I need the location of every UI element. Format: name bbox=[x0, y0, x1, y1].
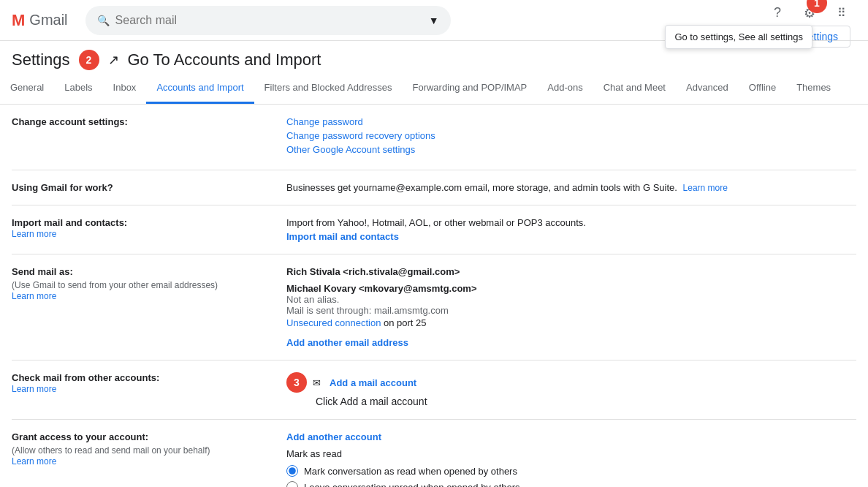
change-password-link[interactable]: Change password bbox=[286, 116, 856, 127]
add-mail-annotation: 3 ✉ Add a mail account bbox=[286, 372, 856, 393]
check-mail-row: Check mail from other accounts: Learn mo… bbox=[12, 360, 856, 420]
send-mail-value: Rich Stivala <rich.stivala@gmail.com> Mi… bbox=[286, 266, 856, 348]
add-another-email-link[interactable]: Add another email address bbox=[286, 337, 856, 348]
import-row: Import mail and contacts: Learn more Imp… bbox=[12, 205, 856, 254]
tab-forwarding[interactable]: Forwarding and POP/IMAP bbox=[402, 73, 537, 104]
settings-tooltip: Go to settings, See all settings bbox=[665, 25, 812, 49]
send-mail-title: Send mail as: bbox=[12, 266, 73, 277]
grant-access-label: Grant access to your account: (Allow oth… bbox=[12, 431, 275, 467]
check-mail-value: 3 ✉ Add a mail account Click Add a mail … bbox=[286, 372, 856, 407]
tab-advanced[interactable]: Advanced bbox=[676, 73, 739, 104]
tab-accounts-import[interactable]: Accounts and Import bbox=[146, 73, 254, 104]
change-recovery-link[interactable]: Change password recovery options bbox=[286, 130, 856, 141]
radio-mark-read[interactable]: Mark conversation as read when opened by… bbox=[286, 465, 856, 477]
import-learn-more[interactable]: Learn more bbox=[12, 229, 56, 239]
send-mail-connection: Unsecured connection on port 25 bbox=[286, 317, 856, 328]
go-to-title: Go To Accounts and Import bbox=[128, 50, 321, 69]
search-dropdown-icon: ▼ bbox=[429, 15, 439, 26]
tab-general[interactable]: General bbox=[0, 73, 54, 104]
send-mail-not-alias: Not an alias. bbox=[286, 294, 856, 305]
tab-chat-meet[interactable]: Chat and Meet bbox=[593, 73, 676, 104]
send-mail-subtitle: (Use Gmail to send from your other email… bbox=[12, 280, 275, 290]
search-icon: 🔍 bbox=[97, 15, 110, 26]
grant-access-value: Add another account Mark as read Mark co… bbox=[286, 431, 856, 487]
check-mail-title: Check mail from other accounts: bbox=[12, 372, 159, 383]
send-mail-sent-through: Mail is sent through: mail.amsmtg.com bbox=[286, 305, 856, 316]
send-mail-account2: Michael Kovary <mkovary@amsmtg.com> bbox=[286, 283, 856, 294]
other-google-settings-link[interactable]: Other Google Account settings bbox=[286, 144, 856, 155]
gmail-work-learn-more[interactable]: Learn more bbox=[683, 183, 728, 193]
gmail-work-row: Using Gmail for work? Businesses get you… bbox=[12, 170, 856, 205]
mark-as-read-label: Mark as read bbox=[286, 448, 856, 459]
radio-mark-read-input[interactable] bbox=[286, 465, 298, 477]
settings-content: Change account settings: Change password… bbox=[12, 105, 856, 487]
grant-access-title: Grant access to your account: bbox=[12, 431, 148, 442]
search-input[interactable] bbox=[115, 14, 423, 27]
mail-account-icon: ✉ bbox=[313, 377, 321, 388]
tab-offline[interactable]: Offline bbox=[739, 73, 786, 104]
import-value: Import from Yahoo!, Hotmail, AOL, or oth… bbox=[286, 217, 856, 242]
check-mail-label: Check mail from other accounts: Learn mo… bbox=[12, 372, 275, 394]
gmail-work-label: Using Gmail for work? bbox=[12, 182, 275, 193]
tab-inbox[interactable]: Inbox bbox=[103, 73, 147, 104]
gmail-work-title: Using Gmail for work? bbox=[12, 182, 113, 193]
import-title: Import mail and contacts: bbox=[12, 217, 127, 228]
gmail-m-icon: M bbox=[12, 11, 25, 30]
settings-header-left: Settings 2 ↗ Go To Accounts and Import bbox=[12, 50, 321, 70]
gmail-work-value: Businesses get yourname@example.com emai… bbox=[286, 182, 856, 193]
grant-access-learn-more[interactable]: Learn more bbox=[12, 456, 56, 467]
tab-themes[interactable]: Themes bbox=[786, 73, 841, 104]
radio-leave-unread-label: Leave conversation unread when opened by… bbox=[304, 482, 520, 488]
click-note: Click Add a mail account bbox=[286, 396, 856, 407]
tab-labels[interactable]: Labels bbox=[54, 73, 102, 104]
send-mail-account1: Rich Stivala <rich.stivala@gmail.com> bbox=[286, 266, 856, 277]
change-account-row: Change account settings: Change password… bbox=[12, 105, 856, 170]
change-account-label: Change account settings: bbox=[12, 116, 275, 127]
radio-group: Mark conversation as read when opened by… bbox=[286, 465, 856, 487]
settings-container: Change account settings: Change password… bbox=[0, 105, 868, 487]
settings-tabs: General Labels Inbox Accounts and Import… bbox=[0, 73, 868, 105]
top-right-area: ? ⚙ 1 ↗ ⠿ Go to s bbox=[756, 0, 856, 42]
search-bar[interactable]: 🔍 ▼ bbox=[85, 6, 451, 35]
grant-access-subtitle: (Allow others to read and send mail on y… bbox=[12, 445, 275, 456]
apps-grid-icon: ⠿ bbox=[837, 6, 846, 20]
gmail-text: Gmail bbox=[29, 12, 67, 29]
port-text: on port 25 bbox=[384, 317, 427, 328]
send-mail-row: Send mail as: (Use Gmail to send from yo… bbox=[12, 254, 856, 360]
tab-filters[interactable]: Filters and Blocked Addresses bbox=[254, 73, 403, 104]
apps-grid-button[interactable]: ⠿ bbox=[827, 0, 856, 28]
change-account-value: Change password Change password recovery… bbox=[286, 116, 856, 158]
change-account-title: Change account settings: bbox=[12, 116, 128, 127]
add-mail-account-link[interactable]: Add a mail account bbox=[330, 377, 416, 388]
tab-addons[interactable]: Add-ons bbox=[537, 73, 593, 104]
top-bar: M Gmail 🔍 ▼ ? ⚙ 1 bbox=[0, 0, 868, 41]
gmail-work-text: Businesses get yourname@example.com emai… bbox=[286, 182, 677, 193]
import-description: Import from Yahoo!, Hotmail, AOL, or oth… bbox=[286, 217, 856, 228]
radio-leave-unread[interactable]: Leave conversation unread when opened by… bbox=[286, 481, 856, 487]
settings-button-wrapper: ⚙ 1 ↗ bbox=[795, 0, 824, 28]
gmail-logo: M Gmail bbox=[12, 11, 68, 30]
import-mail-contacts-link[interactable]: Import mail and contacts bbox=[286, 231, 856, 242]
settings-title: Settings bbox=[12, 50, 70, 69]
top-right-icons: ? ⚙ 1 ↗ ⠿ Go to s bbox=[763, 0, 856, 28]
import-label: Import mail and contacts: Learn more bbox=[12, 217, 275, 239]
radio-mark-read-label: Mark conversation as read when opened by… bbox=[304, 466, 517, 477]
send-mail-learn-more[interactable]: Learn more bbox=[12, 291, 56, 301]
help-icon: ? bbox=[774, 5, 781, 20]
check-mail-learn-more[interactable]: Learn more bbox=[12, 384, 56, 394]
grant-access-row: Grant access to your account: (Allow oth… bbox=[12, 420, 856, 487]
unsecured-connection-link[interactable]: Unsecured connection bbox=[286, 317, 381, 328]
step2-badge: 2 bbox=[79, 50, 99, 70]
go-to-arrow-icon: ↗ bbox=[108, 52, 119, 68]
add-another-account-link[interactable]: Add another account bbox=[286, 431, 856, 442]
step3-badge: 3 bbox=[286, 372, 307, 393]
radio-leave-unread-input[interactable] bbox=[286, 481, 298, 487]
send-mail-label: Send mail as: (Use Gmail to send from yo… bbox=[12, 266, 275, 301]
